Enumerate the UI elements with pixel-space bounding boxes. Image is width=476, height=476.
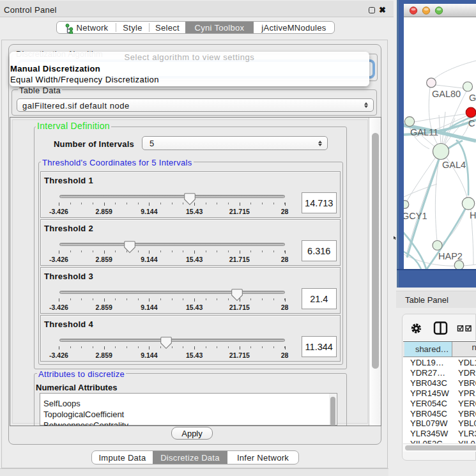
svg-text:GAL80: GAL80 (432, 89, 461, 99)
svg-text:H: H (470, 210, 476, 220)
svg-text:GAL11: GAL11 (410, 127, 438, 137)
svg-text:HAP2: HAP2 (438, 251, 463, 261)
svg-text:C: C (468, 118, 475, 128)
svg-text:GCY1: GCY1 (404, 211, 427, 221)
svg-text:GAL4: GAL4 (442, 160, 466, 170)
svg-text:G.: G. (469, 93, 476, 103)
